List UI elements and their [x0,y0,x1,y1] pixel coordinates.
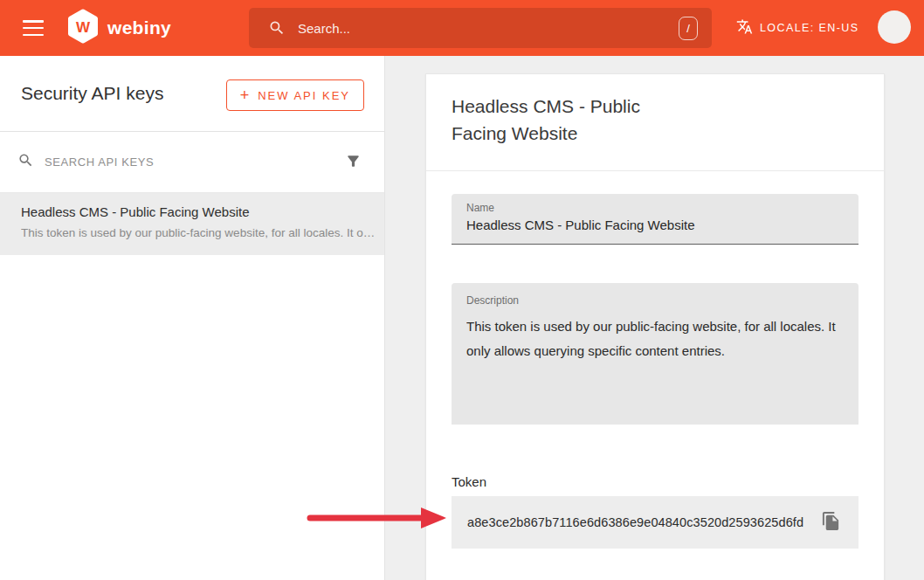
token-value: a8e3ce2b867b7116e6d6386e9e04840c3520d259… [467,515,821,529]
filter-icon [345,153,362,172]
description-field[interactable]: Description This token is used by our pu… [452,283,858,425]
description-field-label: Description [466,294,844,307]
global-search-input[interactable] [298,21,679,36]
locale-label: LOCALE: EN-US [760,22,858,34]
global-search[interactable]: / [249,8,712,48]
plus-icon: + [240,87,250,103]
app-window: { "topbar": { "brand": "webiny", "search… [0,0,924,580]
filter-button[interactable] [343,151,363,174]
svg-text:W: W [76,19,91,36]
form-card-header: Headless CMS - Public Facing Website [426,74,884,171]
brand-wordmark: webiny [107,17,171,38]
webiny-hexagon-icon: W [66,9,100,47]
keyboard-shortcut-badge: / [679,17,698,40]
search-icon [17,152,34,172]
list-item-description: This token is used by our public-facing … [21,225,376,241]
api-keys-list-panel: Security API keys + NEW API KEY [0,56,385,580]
name-field[interactable]: Name [452,194,858,245]
locale-switcher[interactable]: LOCALE: EN-US [736,0,858,56]
name-input[interactable] [466,218,844,232]
list-panel-header: Security API keys + NEW API KEY [0,56,384,132]
top-app-bar: W webiny / LOCALE: EN-US [0,0,924,56]
api-key-form: Name Description This token is used by o… [426,194,884,549]
api-key-title: Headless CMS - Public Facing Website [452,93,674,147]
copy-icon [821,511,841,534]
api-key-detail-panel: Headless CMS - Public Facing Website Nam… [385,56,924,580]
menu-button[interactable] [14,10,52,45]
token-field: a8e3ce2b867b7116e6d6386e9e04840c3520d259… [452,496,858,549]
copy-token-button[interactable] [821,511,841,534]
list-item-title: Headless CMS - Public Facing Website [21,203,376,221]
page-title: Security API keys [21,83,163,104]
api-key-list-item[interactable]: Headless CMS - Public Facing Website Thi… [0,193,384,255]
new-api-key-button[interactable]: + NEW API KEY [226,79,364,111]
avatar[interactable] [878,10,911,44]
menu-icon [23,20,44,36]
new-api-key-button-label: NEW API KEY [258,89,350,102]
api-key-form-card: Headless CMS - Public Facing Website Nam… [425,73,885,580]
api-keys-search-input[interactable] [45,155,343,169]
translate-icon [736,18,753,38]
token-label: Token [452,474,858,489]
webiny-logo[interactable]: W webiny [66,10,171,45]
name-field-label: Name [466,202,844,214]
description-textarea[interactable]: This token is used by our public-facing … [466,314,848,419]
api-keys-search-row [0,132,384,193]
search-icon [268,19,286,37]
